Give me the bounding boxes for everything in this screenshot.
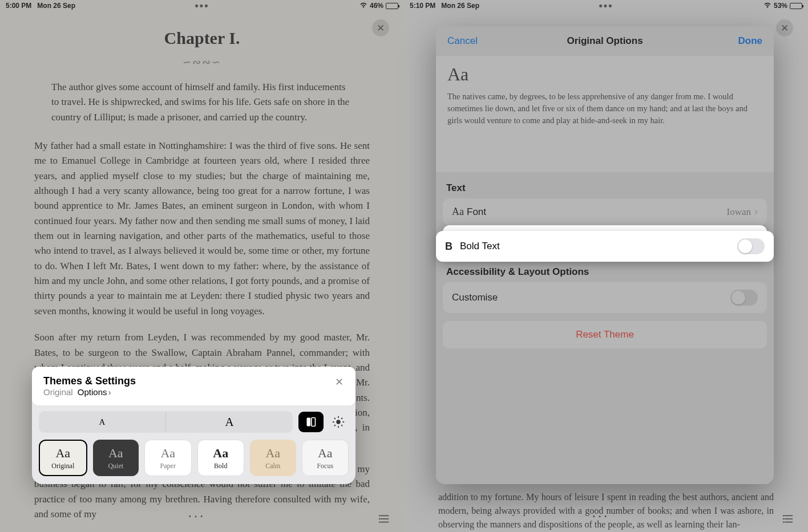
multitask-dots-icon[interactable]: ••• [599,0,613,12]
status-bar-right: 5:10 PM Mon 26 Sep ••• 53% [404,0,808,11]
wifi-icon [359,2,367,10]
svg-point-21 [783,518,784,519]
battery-percent: 53% [774,2,787,10]
theme-strip: AaOriginal AaQuiet AaPaper AaBold AaCalm… [32,440,355,484]
svg-point-14 [379,515,380,516]
page-indicator[interactable]: • ▪ • [14,513,379,526]
brightness-button[interactable] [328,412,349,432]
preview-aa: Aa [447,64,762,85]
modal-title: Original Options [567,35,643,47]
svg-point-20 [783,515,784,516]
font-size-segment: A A [39,411,293,433]
bold-b-icon: B [445,241,460,253]
chapter-ornament: ∽∾∾∽ [34,56,370,68]
multitask-dots-icon[interactable]: ••• [195,0,209,12]
font-row[interactable]: Aa Font Iowan › [443,198,767,225]
bold-text-row-highlight[interactable]: B Bold Text [436,231,774,262]
right-screenshot: 5:10 PM Mon 26 Sep ••• 53% ✕ addition to… [404,0,808,532]
chapter-summary: The author gives some account of himself… [51,80,353,125]
toc-icon[interactable] [783,513,794,526]
theme-quiet[interactable]: AaQuiet [93,440,139,476]
status-bar-left: 5:00 PM Mon 26 Sep ••• 46% [0,0,404,11]
left-screenshot: 5:00 PM Mon 26 Sep ••• 46% ✕ Chapter I. … [0,0,404,532]
themes-header[interactable]: Themes & Settings Original Options › ✕ [32,367,355,405]
svg-rect-0 [307,418,311,427]
body-paragraph: My father had a small estate in Nottingh… [34,139,370,319]
svg-point-16 [379,521,380,522]
theme-focus[interactable]: AaFocus [302,440,349,476]
svg-point-2 [336,420,340,424]
modal-header: Cancel Original Options Done [436,26,774,56]
status-date: Mon 26 Sep [441,2,479,10]
svg-point-22 [783,521,784,522]
cancel-button[interactable]: Cancel [447,35,478,47]
battery-percent: 46% [370,2,383,10]
font-size-decrease[interactable]: A [39,411,166,433]
svg-point-15 [379,518,380,519]
reset-theme-button[interactable]: Reset Theme [443,321,767,348]
battery-icon [790,3,802,9]
svg-line-7 [334,418,336,419]
chapter-title: Chapter I. [34,29,370,48]
customise-row[interactable]: Customise [443,282,767,313]
theme-paper[interactable]: AaPaper [144,440,192,476]
wifi-icon [763,2,771,10]
preview-sample-text: The natives came, by degrees, to be less… [447,91,762,127]
themes-options-link[interactable]: Original Options › [43,387,344,397]
scroll-view-toggle[interactable] [298,412,324,432]
font-aa-icon: Aa [452,206,467,218]
themes-title: Themes & Settings [43,375,344,387]
svg-rect-1 [312,418,316,427]
bottom-bar: • ▪ • [0,513,404,526]
status-time: 5:00 PM [6,2,31,10]
battery-icon [386,3,398,9]
svg-line-10 [341,418,342,419]
status-date: Mon 26 Sep [37,2,75,10]
toc-icon[interactable] [379,513,390,526]
bottom-bar: • ▪ • [404,513,808,526]
status-time: 5:10 PM [410,2,435,10]
font-size-increase[interactable]: A [166,411,293,433]
chevron-right-icon: › [754,206,758,218]
customise-row-group: Customise [443,282,767,313]
font-value: Iowan [727,206,751,218]
svg-line-9 [334,425,336,426]
bold-text-toggle[interactable] [737,238,765,254]
done-button[interactable]: Done [738,35,763,47]
theme-original[interactable]: AaOriginal [39,440,87,476]
themes-settings-popup: Themes & Settings Original Options › ✕ A… [32,367,355,484]
theme-calm[interactable]: AaCalm [250,440,296,476]
customise-toggle[interactable] [730,290,758,306]
theme-bold[interactable]: AaBold [197,440,245,476]
page-indicator[interactable]: • ▪ • [418,513,783,526]
font-row-group: Aa Font Iowan › [443,198,767,225]
section-text-header: Text [436,172,774,198]
close-icon[interactable]: ✕ [333,376,345,388]
chevron-right-icon: › [108,387,111,397]
svg-line-8 [341,425,342,426]
theme-preview: Aa The natives came, by degrees, to be l… [436,56,774,172]
